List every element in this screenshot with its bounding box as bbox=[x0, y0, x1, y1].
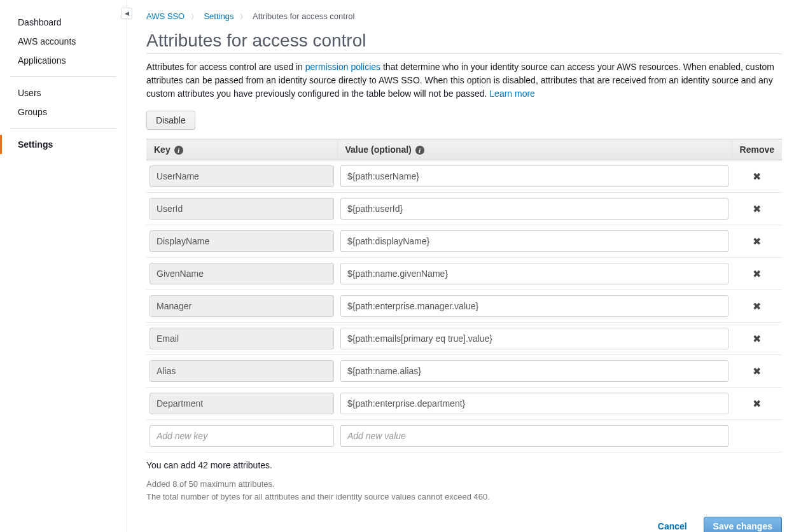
sidebar-item-users[interactable]: Users bbox=[0, 83, 127, 102]
attribute-value-input[interactable] bbox=[340, 328, 728, 349]
nav-divider bbox=[10, 128, 116, 129]
attribute-key-input[interactable] bbox=[150, 198, 334, 220]
toolbar: Disable bbox=[146, 111, 782, 130]
sidebar-item-dashboard[interactable]: Dashboard bbox=[0, 13, 127, 32]
attribute-key-input[interactable] bbox=[150, 328, 334, 349]
chevron-right-icon: 〉 bbox=[240, 12, 247, 22]
attribute-key-input[interactable] bbox=[150, 393, 334, 414]
link-learn-more[interactable]: Learn more bbox=[489, 88, 535, 99]
th-key: Key i bbox=[146, 139, 337, 160]
table-row-new bbox=[146, 420, 782, 452]
description-text: Attributes for access control are used i… bbox=[146, 62, 305, 72]
attributes-table: Key i Value (optional) i Remove ✖✖✖✖✖✖✖✖ bbox=[146, 139, 782, 452]
nav-group-2: Users Groups bbox=[0, 81, 127, 124]
remove-icon[interactable]: ✖ bbox=[751, 333, 763, 345]
table-row: ✖ bbox=[146, 193, 782, 225]
attribute-value-input[interactable] bbox=[340, 360, 728, 382]
remove-icon[interactable]: ✖ bbox=[751, 171, 763, 183]
disable-button[interactable]: Disable bbox=[146, 111, 195, 130]
attribute-value-input[interactable] bbox=[340, 263, 728, 284]
th-remove: Remove bbox=[732, 139, 782, 160]
sidebar: ◀ Dashboard AWS accounts Applications Us… bbox=[0, 0, 127, 532]
attribute-value-input[interactable] bbox=[340, 230, 728, 252]
main-content: AWS SSO 〉 Settings 〉 Attributes for acce… bbox=[127, 0, 801, 532]
attribute-value-input[interactable] bbox=[340, 198, 728, 220]
hint-remaining: You can add 42 more attributes. bbox=[146, 460, 782, 470]
chevron-right-icon: 〉 bbox=[191, 12, 198, 22]
nav-group-1: Dashboard AWS accounts Applications bbox=[0, 10, 127, 73]
th-value: Value (optional) i bbox=[337, 139, 732, 160]
table-row: ✖ bbox=[146, 355, 782, 388]
th-key-label: Key bbox=[154, 144, 171, 155]
new-key-input[interactable] bbox=[150, 425, 334, 447]
attribute-key-input[interactable] bbox=[150, 165, 334, 187]
nav-divider bbox=[10, 76, 116, 77]
page-title: Attributes for access control bbox=[146, 31, 782, 54]
info-icon[interactable]: i bbox=[174, 146, 183, 155]
cancel-button[interactable]: Cancel bbox=[649, 517, 696, 532]
remove-icon[interactable]: ✖ bbox=[751, 268, 763, 280]
attribute-key-input[interactable] bbox=[150, 230, 334, 252]
remove-icon[interactable]: ✖ bbox=[751, 235, 763, 248]
attribute-value-input[interactable] bbox=[340, 295, 728, 317]
attribute-key-input[interactable] bbox=[150, 360, 334, 382]
breadcrumb-current: Attributes for access control bbox=[253, 11, 354, 21]
hint-bytes: The total number of bytes for all attrib… bbox=[146, 491, 782, 503]
sidebar-item-aws-accounts[interactable]: AWS accounts bbox=[0, 32, 127, 51]
remove-icon[interactable]: ✖ bbox=[751, 203, 763, 215]
attribute-key-input[interactable] bbox=[150, 263, 334, 284]
info-icon[interactable]: i bbox=[415, 146, 424, 155]
sidebar-item-settings[interactable]: Settings bbox=[0, 135, 127, 154]
breadcrumb-settings[interactable]: Settings bbox=[204, 11, 233, 21]
link-permission-policies[interactable]: permission policies bbox=[305, 62, 380, 72]
remove-icon[interactable]: ✖ bbox=[751, 398, 763, 410]
table-row: ✖ bbox=[146, 160, 782, 193]
hint-sub: Added 8 of 50 maximum attributes. The to… bbox=[146, 478, 782, 503]
nav-group-3: Settings bbox=[0, 132, 127, 157]
attribute-value-input[interactable] bbox=[340, 165, 728, 187]
new-value-input[interactable] bbox=[340, 425, 728, 447]
footer-actions: Cancel Save changes bbox=[146, 517, 782, 532]
table-row: ✖ bbox=[146, 225, 782, 258]
remove-icon[interactable]: ✖ bbox=[751, 365, 763, 377]
table-row: ✖ bbox=[146, 290, 782, 323]
page-description: Attributes for access control are used i… bbox=[146, 60, 782, 101]
table-row: ✖ bbox=[146, 258, 782, 290]
attribute-key-input[interactable] bbox=[150, 295, 334, 317]
sidebar-item-applications[interactable]: Applications bbox=[0, 51, 127, 70]
attribute-value-input[interactable] bbox=[340, 393, 728, 414]
th-value-label: Value (optional) bbox=[345, 144, 412, 155]
sidebar-item-groups[interactable]: Groups bbox=[0, 102, 127, 122]
breadcrumb-root[interactable]: AWS SSO bbox=[146, 11, 185, 21]
save-changes-button[interactable]: Save changes bbox=[704, 517, 782, 532]
table-row: ✖ bbox=[146, 323, 782, 355]
hint-added: Added 8 of 50 maximum attributes. bbox=[146, 478, 782, 491]
table-row: ✖ bbox=[146, 388, 782, 420]
breadcrumb: AWS SSO 〉 Settings 〉 Attributes for acce… bbox=[146, 11, 782, 22]
sidebar-collapse-toggle[interactable]: ◀ bbox=[121, 8, 132, 19]
remove-icon[interactable]: ✖ bbox=[751, 300, 763, 312]
